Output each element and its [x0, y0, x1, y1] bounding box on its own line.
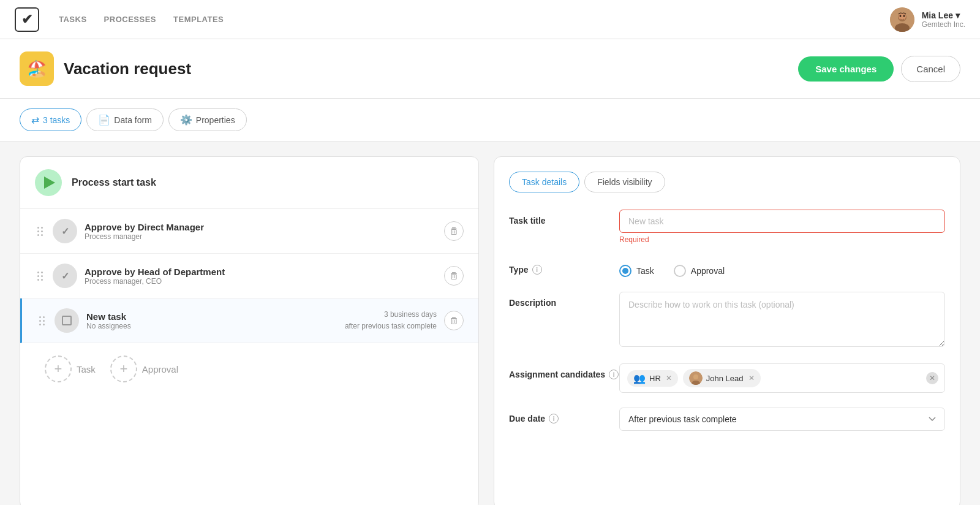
- svg-point-4: [899, 15, 901, 17]
- trash-icon-1: [449, 226, 459, 236]
- description-control: [619, 292, 945, 349]
- assignment-label: Assignment candidates i: [509, 363, 619, 379]
- type-control: Task Approval: [619, 259, 945, 277]
- user-name: Mia Lee ▾: [922, 10, 965, 20]
- task-name-1: Approve by Direct Manager: [85, 222, 437, 232]
- tab-data-form[interactable]: 📄 Data form: [86, 108, 163, 131]
- john-remove-button[interactable]: ✕: [748, 374, 755, 382]
- radio-circle-approval: [674, 265, 686, 277]
- task-row-2[interactable]: ✓ Approve by Head of Department Process …: [20, 254, 478, 298]
- svg-rect-6: [452, 227, 456, 229]
- nav-templates[interactable]: TEMPLATES: [173, 15, 224, 24]
- header-actions: Save changes Cancel: [798, 56, 960, 82]
- form-row-assignment: Assignment candidates i 👥 HR ✕: [509, 363, 945, 393]
- candidates-clear-button[interactable]: ✕: [926, 372, 938, 384]
- cancel-button[interactable]: Cancel: [901, 56, 960, 82]
- svg-rect-13: [451, 275, 456, 279]
- task-info-2: Approve by Head of Department Process ma…: [85, 267, 437, 286]
- drag-handle-3[interactable]: [37, 314, 47, 328]
- delete-button-2[interactable]: [444, 266, 464, 286]
- drag-handle-1[interactable]: [35, 224, 45, 238]
- due-date-select[interactable]: After previous task complete: [619, 408, 945, 431]
- due-date-info-icon[interactable]: i: [549, 414, 559, 423]
- task-name-3: New task: [86, 311, 337, 322]
- add-task-button[interactable]: + Task: [45, 355, 96, 382]
- task-row-1[interactable]: ✓ Approve by Direct Manager Process mana…: [20, 209, 478, 254]
- task-name-2: Approve by Head of Department: [85, 267, 437, 277]
- task-timing-3: 3 business days after previous task comp…: [345, 309, 437, 332]
- tab-fields-visibility[interactable]: Fields visibility: [584, 172, 665, 192]
- task-title-control: Required: [619, 210, 945, 244]
- tab-properties[interactable]: ⚙️ Properties: [168, 108, 247, 131]
- task-title-input[interactable]: [619, 210, 945, 233]
- save-changes-button[interactable]: Save changes: [798, 56, 894, 82]
- add-approval-circle: +: [110, 355, 137, 382]
- tab-task-details[interactable]: Task details: [509, 172, 579, 192]
- trash-icon-2: [449, 271, 459, 281]
- description-textarea[interactable]: [619, 292, 945, 347]
- data-form-icon: 📄: [98, 114, 110, 126]
- tab-tasks[interactable]: ⇄ 3 tasks: [20, 108, 81, 131]
- svg-rect-11: [452, 272, 456, 273]
- app-logo: ✔: [15, 7, 39, 32]
- hr-remove-button[interactable]: ✕: [666, 374, 672, 382]
- svg-point-24: [693, 374, 698, 379]
- new-task-icon: [55, 308, 79, 333]
- process-start-label: Process start task: [72, 177, 156, 188]
- candidate-john: John Lead ✕: [683, 369, 761, 387]
- form-row-task-title: Task title Required: [509, 210, 945, 244]
- drag-handle-2[interactable]: [35, 269, 45, 283]
- radio-approval[interactable]: Approval: [674, 265, 725, 277]
- page-icon: 🏖️: [20, 51, 54, 86]
- assignment-control: 👥 HR ✕ John Lead ✕: [619, 363, 945, 393]
- candidates-box: 👥 HR ✕ John Lead ✕: [619, 363, 945, 393]
- new-task-square-icon: [62, 316, 72, 325]
- add-approval-button[interactable]: + Approval: [110, 355, 178, 382]
- task-check-circle-1: ✓: [53, 219, 77, 243]
- trash-icon-3: [449, 316, 459, 325]
- logo-checkmark: ✔: [21, 12, 32, 28]
- radio-task[interactable]: Task: [619, 265, 654, 277]
- page-header: 🏖️ Vacation request Save changes Cancel: [0, 39, 980, 99]
- right-panel: Task details Fields visibility Task titl…: [494, 156, 960, 505]
- task-row-3[interactable]: New task No assignees 3 business days af…: [20, 298, 478, 343]
- task-title-label: Task title: [509, 210, 619, 226]
- add-task-circle: +: [45, 355, 72, 382]
- nav-processes[interactable]: PROCESSES: [104, 15, 156, 24]
- radio-dot-task: [622, 268, 628, 274]
- checkmark-icon-1: ✓: [61, 226, 69, 237]
- radio-task-label: Task: [636, 266, 654, 276]
- topnav: ✔ TASKS PROCESSES TEMPLATES Mia Lee ▾ Ge…: [0, 0, 980, 39]
- play-triangle: [44, 177, 55, 189]
- john-avatar: [689, 371, 703, 385]
- avatar-image: [890, 7, 914, 32]
- tab-data-form-label: Data form: [114, 115, 151, 125]
- required-message: Required: [619, 235, 945, 244]
- assignment-info-icon[interactable]: i: [609, 370, 619, 379]
- radio-approval-label: Approval: [691, 266, 725, 276]
- radio-circle-task: [619, 265, 631, 277]
- user-company: Gemtech Inc.: [922, 20, 965, 29]
- svg-rect-18: [451, 319, 456, 324]
- avatar: [890, 7, 914, 32]
- form-row-due-date: Due date i After previous task complete: [509, 408, 945, 431]
- nav-tasks[interactable]: TASKS: [59, 15, 87, 24]
- task-assignee-2: Process manager, CEO: [85, 277, 437, 286]
- delete-button-1[interactable]: [444, 221, 464, 241]
- page-title: Vacation request: [64, 59, 191, 78]
- due-date-control: After previous task complete: [619, 408, 945, 431]
- task-list-panel: Process start task ✓ Approve by Direct M…: [20, 156, 479, 505]
- delete-button-3[interactable]: [444, 311, 464, 330]
- properties-icon: ⚙️: [180, 114, 192, 126]
- type-info-icon[interactable]: i: [532, 265, 542, 275]
- tab-tasks-label: 3 tasks: [43, 115, 70, 125]
- task-info-1: Approve by Direct Manager Process manage…: [85, 222, 437, 241]
- john-label: John Lead: [706, 374, 744, 383]
- svg-rect-7: [451, 229, 457, 229]
- task-assignee-1: Process manager: [85, 232, 437, 241]
- right-tabs: Task details Fields visibility: [509, 172, 945, 192]
- hr-group-icon: 👥: [633, 373, 646, 384]
- main-tabs: ⇄ 3 tasks 📄 Data form ⚙️ Properties: [0, 99, 980, 142]
- form-row-type: Type i Task Approval: [509, 259, 945, 277]
- svg-rect-8: [451, 230, 456, 235]
